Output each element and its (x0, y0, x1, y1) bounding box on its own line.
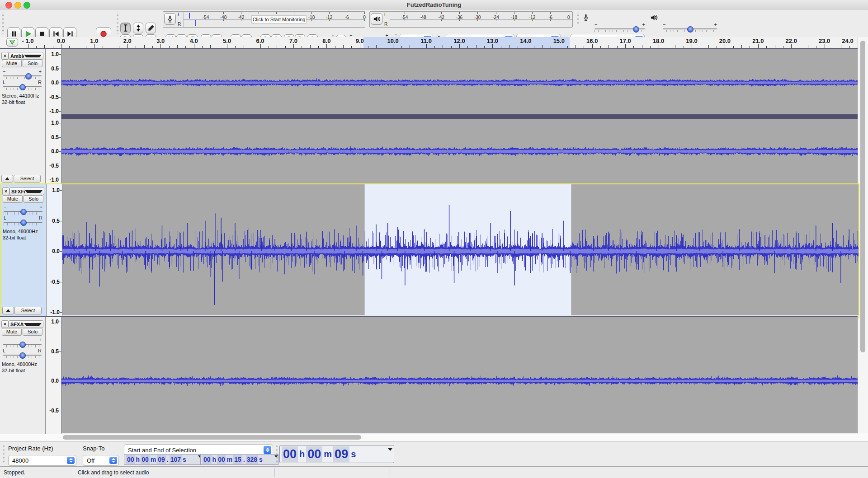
time-unit[interactable]: s (258, 455, 264, 464)
slider-knob[interactable] (20, 220, 27, 226)
slider-knob[interactable] (19, 342, 26, 348)
gain-slider[interactable]: −+ (3, 70, 42, 81)
meter-tick-label: -6 (340, 15, 354, 20)
slider-min-label: − (594, 22, 597, 27)
input-volume-slider[interactable]: −+ (594, 23, 645, 34)
time-digits[interactable]: 00 (217, 455, 226, 464)
time-digits[interactable]: 09 (157, 455, 166, 464)
amplitude-ruler[interactable]: 1.00.50.0-0.5-1.01.00.50.0-0.5-1.0 (46, 49, 61, 184)
track-name-button[interactable]: SFXFire (9, 187, 44, 195)
selection-tool-button[interactable] (120, 23, 131, 33)
time-digits[interactable]: 00 (306, 446, 322, 462)
time-digits[interactable]: 00 (282, 446, 298, 462)
track-menu-caret-icon (24, 55, 42, 57)
horizontal-scrollbar-thumb[interactable] (63, 435, 361, 440)
draw-tool-button[interactable] (146, 23, 156, 33)
amplitude-ruler[interactable]: 1.00.50.0-0.5-1.0 (47, 184, 62, 317)
meter-peak-indicator (189, 13, 190, 19)
time-unit[interactable]: s (182, 455, 187, 464)
playback-meter-scale[interactable]: -54-48-42-36-30-24-18-12-60 (390, 12, 572, 27)
time-digits[interactable]: 00 (141, 455, 150, 464)
track-control-panel[interactable]: ×SFXAtmosMuteSolo−+LRMono, 48000Hz32-bit… (0, 317, 46, 434)
track-control-panel[interactable]: ×SFXFireMuteSolo−+LRMono, 48000Hz32-bit … (1, 184, 47, 317)
audio-position-timefield[interactable]: 00h00m09s (279, 445, 394, 463)
stepper-icon (109, 457, 117, 464)
meter-tick (423, 12, 423, 14)
time-unit[interactable]: h (135, 455, 141, 464)
bigtime-grip[interactable] (276, 445, 278, 463)
select-track-button[interactable]: Select (14, 175, 41, 183)
meter-tick-label: -24 (489, 15, 503, 20)
track-close-button[interactable]: × (1, 320, 9, 328)
playback-meter[interactable]: LR -54-48-42-36-30-24-18-12-60 (369, 11, 573, 28)
pan-slider[interactable]: LR (4, 216, 42, 228)
pan-slider[interactable]: LR (3, 349, 42, 361)
slider-knob[interactable] (687, 26, 693, 33)
solo-button[interactable]: Solo (24, 195, 43, 203)
selbar-grip[interactable] (3, 445, 5, 463)
time-unit[interactable]: m (150, 455, 157, 464)
track-close-button[interactable]: × (1, 52, 9, 60)
waveform-SFXAtmos[interactable] (61, 317, 858, 433)
slider-knob[interactable] (633, 26, 639, 33)
track-close-button[interactable]: × (2, 187, 9, 195)
playback-meter-speaker-button[interactable] (371, 13, 382, 25)
select-track-button[interactable]: Select (14, 307, 42, 314)
time-unit[interactable]: s (349, 446, 357, 462)
time-unit[interactable]: h (212, 455, 217, 464)
project-rate-dropdown[interactable]: 48000 (8, 455, 76, 466)
slider-knob[interactable] (19, 84, 26, 90)
collapse-track-button[interactable] (1, 175, 13, 183)
solo-button[interactable]: Solo (23, 328, 42, 336)
tools-grip[interactable] (117, 13, 118, 34)
solo-button[interactable]: Solo (23, 60, 42, 67)
selection-start-timefield[interactable]: 00h00m09.107s (124, 454, 203, 465)
track-control-panel[interactable]: ×Ambient_WinMuteSolo−+LRStereo, 44100Hz3… (0, 49, 46, 184)
snap-to-dropdown[interactable]: Off (83, 455, 119, 466)
meter-tick-label: -42 (234, 15, 248, 20)
time-unit[interactable]: h (298, 446, 306, 462)
mute-button[interactable]: Mute (2, 60, 22, 67)
waveform-Ambient_Win[interactable] (61, 49, 858, 183)
mixer-grip[interactable] (577, 13, 579, 26)
track-name-button[interactable]: SFXAtmos (9, 320, 43, 328)
track-name-button[interactable]: Ambient_Win (9, 52, 43, 60)
recording-meter[interactable]: LR -54-48-42-36-30-24-18-12-60Click to S… (163, 11, 365, 28)
time-unit[interactable]: . (166, 455, 170, 464)
time-digits[interactable]: 15 (233, 455, 242, 464)
recording-meter-mic-button[interactable] (164, 13, 176, 25)
slider-knob[interactable] (20, 209, 27, 215)
mute-button[interactable]: Mute (3, 195, 23, 203)
playhead-pin-button[interactable] (6, 38, 18, 47)
time-digits[interactable]: 00 (126, 455, 135, 464)
time-unit[interactable]: m (226, 455, 233, 464)
collapse-track-button[interactable] (2, 307, 14, 314)
selection-end-timefield[interactable]: 00h00m15.328s (200, 454, 279, 465)
time-unit[interactable]: m (322, 446, 333, 462)
output-volume-slider[interactable]: −+ (663, 23, 717, 34)
meter-tick (259, 12, 259, 14)
recording-meter-scale[interactable]: -54-48-42-36-30-24-18-12-60Click to Star… (183, 12, 365, 27)
meter-tick (532, 12, 533, 14)
waveform-SFXFire[interactable] (62, 184, 859, 315)
envelope-tool-button[interactable] (133, 23, 143, 33)
pan-slider[interactable]: LR (3, 80, 42, 92)
time-digits[interactable]: 107 (170, 455, 182, 464)
monitoring-overlay[interactable]: Click to Start Monitoring (251, 15, 307, 23)
gain-slider[interactable]: −+ (3, 338, 42, 350)
gain-slider[interactable]: −+ (4, 205, 42, 217)
time-digits[interactable]: 00 (203, 455, 212, 464)
timeline-ruler[interactable]: - 1.00.01.02.03.04.05.06.07.08.09.010.01… (0, 37, 868, 49)
time-unit[interactable]: . (242, 455, 246, 464)
vertical-scrollbar-thumb[interactable] (860, 41, 865, 352)
mute-button[interactable]: Mute (2, 328, 22, 336)
time-digits[interactable]: 09 (333, 446, 349, 462)
ruler-tick (758, 44, 759, 48)
slider-knob[interactable] (19, 352, 26, 359)
time-digits[interactable]: 328 (246, 455, 258, 464)
horizontal-scrollbar[interactable] (0, 433, 868, 441)
amplitude-label: -0.5 (45, 94, 59, 100)
track-info-format: Stereo, 44100Hz (2, 93, 39, 98)
transport-grip[interactable] (2, 13, 4, 34)
amplitude-ruler[interactable]: 1.00.50.0-0.5 (46, 317, 61, 434)
